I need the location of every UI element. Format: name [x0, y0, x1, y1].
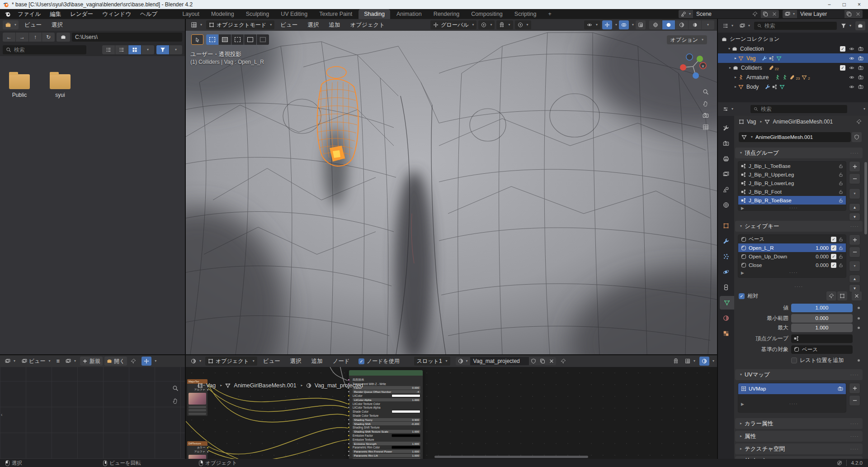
menu-render[interactable]: レンダー — [66, 9, 97, 19]
gizmo-axis-y-pos[interactable] — [697, 56, 703, 62]
hamburger-menu[interactable]: ≡ — [55, 356, 61, 366]
blender-menu-icon[interactable] — [5, 11, 11, 17]
fake-user-button[interactable] — [852, 132, 862, 142]
shader-preview-toggle[interactable] — [699, 357, 709, 366]
pan-hand-icon[interactable] — [703, 100, 709, 107]
tab-texture[interactable] — [718, 327, 734, 340]
copy-icon[interactable] — [763, 11, 768, 17]
color-swatch[interactable] — [392, 410, 420, 413]
vertex-group-field[interactable] — [791, 334, 853, 343]
image-browse-dropdown[interactable]: ▾ — [63, 357, 78, 366]
add-vertex-group-button[interactable] — [849, 161, 860, 172]
menu-help[interactable]: ヘルプ — [136, 9, 161, 19]
tab-uv-editing[interactable]: UV Editing — [275, 9, 313, 19]
lock-open-icon[interactable] — [839, 254, 843, 259]
edit-mode-display-button[interactable] — [837, 291, 847, 300]
socket[interactable] — [348, 446, 350, 448]
tab-output[interactable] — [718, 152, 734, 166]
vertex-group-row[interactable]: J_Bip_R_LowerLeg — [738, 179, 846, 187]
tab-modifiers[interactable] — [718, 234, 734, 248]
sidebar-toggle-arrow[interactable]: ‹ — [1, 412, 2, 417]
range-min-slider[interactable]: 0.000 — [791, 314, 853, 323]
image-gizmo-toggle[interactable] — [142, 357, 151, 366]
lock-open-icon[interactable] — [839, 263, 843, 267]
proportional-edit-toggle[interactable]: ▾ — [515, 20, 531, 29]
transform-orientation-dropdown[interactable]: グローバル▾ — [430, 20, 476, 29]
tab-object[interactable] — [718, 219, 734, 233]
animate-dot[interactable] — [858, 307, 860, 309]
socket[interactable] — [348, 430, 350, 433]
camera-icon[interactable] — [858, 46, 863, 52]
basis-field[interactable]: ベース — [791, 345, 853, 354]
tab-shading[interactable]: Shading — [359, 9, 390, 19]
eye-icon[interactable] — [849, 75, 854, 80]
display-horizontal-list-button[interactable] — [115, 45, 128, 54]
panel-grip[interactable]: ···· — [850, 224, 859, 229]
shape-key-row[interactable]: ベース ✓ — [738, 235, 846, 243]
exclude-checkbox[interactable]: ✓ — [840, 46, 845, 52]
vertex-group-row-selected[interactable]: J_Bip_R_ToeBase — [738, 196, 846, 205]
maximize-button[interactable]: □ — [843, 1, 846, 8]
image-editor-canvas[interactable]: ‹ — [0, 367, 185, 459]
color-attributes-panel-header[interactable]: ▸カラー属性 ···· — [735, 418, 863, 429]
file-menu-view[interactable]: ビュー — [20, 20, 46, 30]
viewport-menu-view[interactable]: ビュー — [276, 20, 302, 30]
shading-rendered-button[interactable] — [689, 20, 701, 29]
list-filter-expand[interactable]: ▶ — [741, 402, 744, 406]
exclude-checkbox[interactable]: ✓ — [840, 65, 845, 71]
mode-dropdown[interactable]: オブジェクトモード▾ — [206, 20, 274, 29]
remove-vertex-group-button[interactable] — [849, 173, 860, 184]
lock-open-icon[interactable] — [839, 172, 843, 177]
socket[interactable] — [348, 379, 350, 381]
snap-target-dropdown[interactable]: ▾ — [478, 20, 495, 29]
editor-type-button[interactable]: ▾ — [3, 357, 18, 366]
tab-world[interactable] — [718, 198, 734, 212]
viewport-canvas[interactable]: ユーザー・透視投影 (1) Colliders | Vag : Open_L_R… — [186, 31, 717, 354]
breadcrumb-data[interactable]: AnimeGirlBaseMesh.001 — [773, 119, 833, 125]
node-slider[interactable]: Shading Shift Texture Scale1.000 — [353, 430, 420, 433]
close-icon[interactable] — [549, 358, 554, 364]
viewport-menu-add[interactable]: 追加 — [325, 20, 344, 30]
editor-type-button[interactable]: ▾ — [189, 20, 204, 29]
panel-grip[interactable]: ···· — [850, 421, 859, 426]
outliner-search-field[interactable] — [754, 22, 837, 30]
shader-node-canvas[interactable]: MajorTex カラー アルファ DiffTexture カラー アルファ 両… — [186, 367, 717, 459]
shader-grid-dropdown[interactable]: ▾ — [683, 357, 698, 366]
color-swatch[interactable] — [392, 434, 420, 437]
add-shape-key-button[interactable] — [849, 234, 860, 245]
shape-key-row-selected[interactable]: Open_L_R 1.000 ✓ — [738, 243, 846, 252]
outliner-search-input[interactable] — [764, 23, 834, 29]
relative-checkbox[interactable]: ✓ — [739, 293, 745, 299]
expand-icon[interactable]: ▸ — [729, 66, 731, 70]
material-selector[interactable]: ▾ Vag_mat_projected — [456, 357, 556, 365]
editor-type-button[interactable]: ▾ — [721, 105, 736, 114]
lock-open-icon[interactable] — [839, 190, 843, 194]
tab-scripting[interactable]: Scripting — [509, 9, 542, 19]
ortho-toggle-icon[interactable] — [703, 124, 709, 130]
close-icon[interactable] — [772, 11, 777, 17]
editor-type-button[interactable]: ▾ — [3, 20, 19, 29]
nav-up-button[interactable]: ↑ — [29, 33, 42, 42]
tab-particles[interactable] — [718, 250, 734, 263]
shading-dropdown[interactable]: ▾ — [702, 20, 714, 29]
snap-toggle[interactable]: ▾ — [496, 20, 513, 29]
rest-position-checkbox[interactable]: ✓ — [791, 357, 797, 363]
socket[interactable] — [348, 410, 350, 413]
select-box-extend-button[interactable] — [219, 34, 231, 45]
socket-alpha[interactable] — [207, 389, 209, 391]
texture-node-difftexture[interactable]: DiffTexture カラー アルファ — [187, 441, 208, 459]
mesh-datablock-field[interactable]: ▾ AnimeGirlBaseMesh.001 — [739, 132, 851, 142]
select-box-subtract-button[interactable] — [231, 34, 244, 45]
image-new-button[interactable]: 新規 — [80, 357, 103, 366]
socket[interactable] — [348, 391, 350, 393]
socket[interactable] — [348, 450, 350, 453]
lock-open-icon[interactable] — [839, 164, 843, 168]
camera-icon[interactable] — [858, 75, 863, 80]
node-header[interactable] — [349, 370, 423, 376]
image-menu-view[interactable]: ビュー — [29, 357, 46, 365]
socket[interactable] — [348, 399, 350, 401]
shape-key-mute-checkbox[interactable]: ✓ — [831, 254, 836, 259]
material-slot-dropdown[interactable]: スロット1▾ — [414, 357, 450, 366]
overlays-toggle[interactable] — [619, 20, 629, 29]
node-slider[interactable]: Rim LightingMix0.000 — [353, 458, 420, 459]
